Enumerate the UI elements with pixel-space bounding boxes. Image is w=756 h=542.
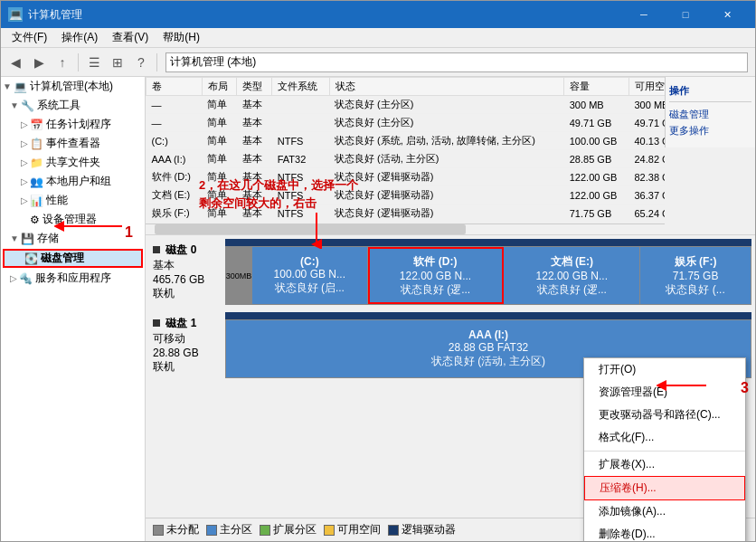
ctx-extend[interactable]: 扩展卷(X)... — [584, 453, 745, 476]
cell-fs: FAT32 — [272, 150, 329, 168]
up-button[interactable]: ↑ — [52, 52, 73, 73]
disk1-size: 28.88 GB — [153, 347, 218, 359]
col-fs[interactable]: 文件系统 — [272, 78, 329, 96]
cell-vol: 文档 (E:) — [146, 186, 203, 204]
cell-vol: AAA (I:) — [146, 150, 203, 168]
legend-primary-box — [206, 525, 217, 536]
back-button[interactable]: ◀ — [5, 52, 26, 73]
expand-services[interactable]: ▷ — [10, 273, 17, 283]
properties-button[interactable]: ⊞ — [107, 52, 128, 73]
disk0-info: 磁盘 0 基本 465.76 GB 联机 — [149, 239, 222, 305]
expand-events[interactable]: ▷ — [21, 138, 28, 148]
disk0-seg-d[interactable]: 软件 (D:) 122.00 GB N... 状态良好 (逻... — [368, 247, 505, 304]
tree-item-tools[interactable]: ▼ 🔧 系统工具 — [1, 96, 145, 115]
legend-logical-box — [388, 525, 399, 536]
table-row[interactable]: 娱乐 (F:) 简单 基本 NTFS 状态良好 (逻辑驱动器) 71.75 GB… — [146, 204, 666, 223]
legend-free: 可用空间 — [324, 522, 381, 537]
tree-item-scheduler[interactable]: ▷ 📅 任务计划程序 — [1, 115, 145, 134]
ctx-mirror[interactable]: 添加镜像(A)... — [584, 500, 745, 523]
table-row[interactable]: — 简单 基本 状态良好 (主分区) 300 MB 300 MB — [146, 96, 666, 114]
ctx-format[interactable]: 格式化(F)... — [584, 426, 745, 449]
disk0-visual: 300MB (C:) 100.00 GB N... 状态良好 (启... 软件 … — [225, 246, 751, 305]
forward-button[interactable]: ▶ — [28, 52, 50, 73]
cell-fs: NTFS — [272, 132, 329, 150]
tree-panel: ▼ 💻 计算机管理(本地) ▼ 🔧 系统工具 ▷ 📅 任务计划程序 ▷ 📋 事件… — [1, 77, 146, 541]
tree-item-services[interactable]: ▷ 🔩 服务和应用程序 — [1, 269, 145, 288]
tree-item-shared[interactable]: ▷ 📁 共享文件夹 — [1, 153, 145, 172]
expand-perf[interactable]: ▷ — [21, 195, 28, 205]
expand-storage[interactable]: ▼ — [10, 233, 19, 243]
cell-free: 300 MB — [628, 96, 665, 114]
volume-table: 卷 布局 类型 文件系统 状态 容量 可用空间 — 简单 基本 状态良好 (主分… — [146, 77, 665, 223]
scheduler-icon: 📅 — [30, 119, 43, 131]
tree-item-root[interactable]: ▼ 💻 计算机管理(本地) — [1, 77, 145, 96]
expand-shared[interactable]: ▷ — [21, 157, 28, 167]
col-layout[interactable]: 布局 — [202, 78, 237, 96]
table-row[interactable]: 文档 (E:) 简单 基本 NTFS 状态良好 (逻辑驱动器) 122.00 G… — [146, 186, 666, 204]
tree-item-storage[interactable]: ▼ 💾 存储 — [1, 229, 145, 248]
table-row[interactable]: — 简单 基本 状态良好 (主分区) 49.71 GB 49.71 GB — [146, 114, 666, 132]
col-free[interactable]: 可用空间 — [628, 78, 665, 96]
action-diskmgmt[interactable]: 磁盘管理 — [669, 108, 751, 121]
cell-vol: (C:) — [146, 132, 203, 150]
disk0-visual-container: 300MB (C:) 100.00 GB N... 状态良好 (启... 软件 … — [225, 239, 751, 305]
table-row[interactable]: AAA (I:) 简单 基本 FAT32 状态良好 (活动, 主分区) 28.8… — [146, 150, 666, 168]
tree-item-perf[interactable]: ▷ 📊 性能 — [1, 191, 145, 210]
window-controls: ─ □ ✕ — [623, 1, 748, 28]
table-row[interactable]: (C:) 简单 基本 NTFS 状态良好 (系统, 启动, 活动, 故障转储, … — [146, 132, 666, 150]
maximize-button[interactable]: □ — [665, 1, 706, 28]
tree-item-events[interactable]: ▷ 📋 事件查看器 — [1, 134, 145, 153]
col-status[interactable]: 状态 — [329, 78, 564, 96]
cell-type: 基本 — [237, 114, 272, 132]
services-icon: 🔩 — [19, 272, 33, 285]
col-cap[interactable]: 容量 — [564, 78, 629, 96]
table-row[interactable]: 软件 (D:) 简单 基本 NTFS 状态良好 (逻辑驱动器) 122.00 G… — [146, 168, 666, 186]
menu-help[interactable]: 帮助(H) — [156, 28, 207, 47]
disk0-seg-c[interactable]: (C:) 100.00 GB N... 状态良好 (启... — [252, 247, 368, 304]
close-button[interactable]: ✕ — [706, 1, 748, 28]
menu-action[interactable]: 操作(A) — [54, 28, 105, 47]
minimize-button[interactable]: ─ — [623, 1, 665, 28]
tree-item-users[interactable]: ▷ 👥 本地用户和组 — [1, 172, 145, 191]
tree-label-events: 事件查看器 — [46, 136, 100, 151]
cell-free: 36.37 GB — [628, 186, 665, 204]
tree-label-scheduler: 任务计划程序 — [46, 117, 111, 132]
expand-users[interactable]: ▷ — [21, 176, 28, 186]
disk0-header-bar — [225, 239, 751, 246]
ctx-delete[interactable]: 删除卷(D)... — [584, 523, 745, 541]
app-icon: 💻 — [8, 7, 23, 22]
h-scrollbar[interactable] — [146, 223, 665, 234]
ctx-shrink[interactable]: 压缩卷(H)... — [584, 476, 745, 500]
tree-item-devmgr[interactable]: ⚙ 设备管理器 — [1, 210, 145, 229]
cell-type: 基本 — [237, 168, 272, 186]
cell-layout: 简单 — [202, 96, 237, 114]
ctx-explorer[interactable]: 资源管理器(E) — [584, 381, 745, 404]
tree-label-devmgr: 设备管理器 — [43, 212, 97, 227]
cell-vol: — — [146, 114, 203, 132]
tools-icon: 🔧 — [21, 100, 34, 112]
disk0-seg-f[interactable]: 娱乐 (F:) 71.75 GB 状态良好 (... — [640, 247, 751, 304]
menu-view[interactable]: 查看(V) — [105, 28, 156, 47]
expand-scheduler[interactable]: ▷ — [21, 119, 28, 129]
ctx-change-letter[interactable]: 更改驱动器号和路径(C)... — [584, 404, 745, 426]
cell-layout: 简单 — [202, 132, 237, 150]
disk0-seg-e[interactable]: 文档 (E:) 122.00 GB N... 状态良好 (逻... — [504, 247, 640, 304]
show-hide-button[interactable]: ☰ — [83, 52, 105, 73]
col-volume[interactable]: 卷 — [146, 78, 203, 96]
main-content: ▼ 💻 计算机管理(本地) ▼ 🔧 系统工具 ▷ 📅 任务计划程序 ▷ 📋 事件… — [1, 77, 755, 541]
users-icon: 👥 — [30, 176, 43, 188]
cell-type: 基本 — [237, 132, 272, 150]
col-type[interactable]: 类型 — [237, 78, 272, 96]
ctx-open[interactable]: 打开(O) — [584, 358, 745, 381]
expand-tools[interactable]: ▼ — [10, 100, 19, 110]
expand-root[interactable]: ▼ — [3, 81, 12, 91]
tree-item-diskmgmt[interactable]: 💽 磁盘管理 — [3, 249, 143, 268]
toolbar: ◀ ▶ ↑ ☰ ⊞ ? 计算机管理 (本地) — [1, 48, 755, 77]
address-bar[interactable]: 计算机管理 (本地) — [165, 52, 748, 72]
action-more[interactable]: 更多操作 — [669, 124, 751, 138]
cell-vol: — — [146, 96, 203, 114]
menu-file[interactable]: 文件(F) — [5, 28, 54, 47]
help-button[interactable]: ? — [130, 52, 152, 73]
disk0-seg-unalloc[interactable]: 300MB — [226, 247, 252, 304]
volume-table-scroll[interactable]: 卷 布局 类型 文件系统 状态 容量 可用空间 — 简单 基本 状态良好 (主分… — [146, 77, 665, 224]
